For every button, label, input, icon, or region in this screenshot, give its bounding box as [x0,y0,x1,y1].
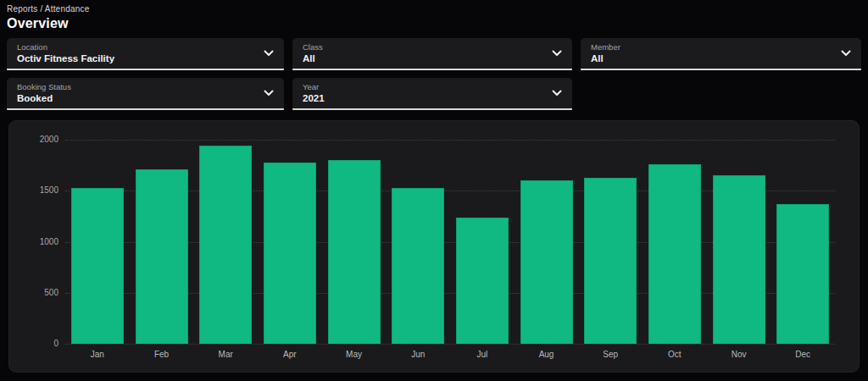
chart-x-axis: JanFebMarAprMayJunJulAugSepOctNovDec [65,350,835,362]
bar-dec[interactable] [776,204,829,344]
bar-nov[interactable] [713,175,765,344]
bar-oct[interactable] [648,164,701,344]
bar-jun[interactable] [392,188,444,344]
x-tick-label-jul: Jul [450,350,515,362]
bar-sep[interactable] [584,178,637,344]
chevron-down-icon [841,50,851,57]
member-select-value: All [591,52,836,65]
booking-status-select[interactable]: Booking Status Booked [7,78,284,110]
bar-feb[interactable] [136,169,188,344]
filter-bar: Location Octiv Fitness Facility Class Al… [0,35,868,110]
booking-status-select-label: Booking Status [17,82,259,91]
booking-status-select-value: Booked [17,92,259,105]
location-select-value: Octiv Fitness Facility [17,52,259,65]
member-select-label: Member [591,42,836,52]
member-select[interactable]: Member All [581,38,861,70]
x-tick-label-oct: Oct [643,350,707,362]
bar-may[interactable] [328,160,381,344]
class-select[interactable]: Class All [292,38,572,70]
x-tick-label-apr: Apr [258,350,322,362]
class-select-value: All [303,52,547,65]
gridline-0 [65,344,835,345]
x-tick-label-sep: Sep [578,350,643,362]
chevron-down-icon [264,90,274,97]
chart-bars [65,140,835,344]
x-tick-label-feb: Feb [130,350,194,362]
x-tick-label-jun: Jun [386,350,450,362]
y-tick-label: 2000 [9,135,58,144]
bar-aug[interactable] [520,180,573,344]
page-header: Reports / Attendance Overview [0,0,868,35]
x-tick-label-dec: Dec [771,350,835,362]
bar-apr[interactable] [264,163,316,344]
chevron-down-icon [552,50,562,57]
y-tick-label: 500 [9,288,58,297]
bar-jul[interactable] [456,218,509,344]
location-select-label: Location [17,42,259,52]
x-tick-label-jan: Jan [65,350,130,362]
class-select-label: Class [303,42,547,52]
chevron-down-icon [264,50,274,57]
bar-jan[interactable] [71,188,124,344]
bar-mar[interactable] [199,146,252,344]
year-select-label: Year [303,82,547,91]
y-tick-label: 1000 [9,237,58,246]
year-select-value: 2021 [303,92,547,105]
page-title: Overview [7,16,861,31]
y-tick-label: 0 [9,339,58,348]
attendance-bar-chart: 0500100015002000 JanFebMarAprMayJunJulAu… [8,120,860,373]
location-select[interactable]: Location Octiv Fitness Facility [7,38,284,70]
y-tick-label: 1500 [9,185,58,195]
x-tick-label-may: May [322,350,387,362]
year-select[interactable]: Year 2021 [292,78,572,110]
x-tick-label-aug: Aug [515,350,579,362]
x-tick-label-nov: Nov [707,350,771,362]
breadcrumb: Reports / Attendance [7,4,861,14]
x-tick-label-mar: Mar [193,350,258,362]
chevron-down-icon [552,90,562,97]
